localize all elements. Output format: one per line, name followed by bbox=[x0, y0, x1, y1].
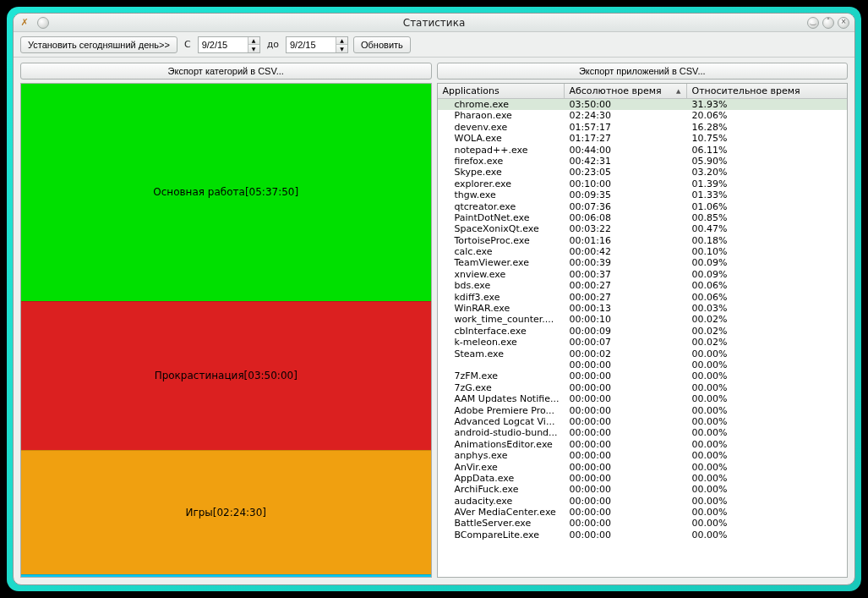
treemap-block[interactable]: Основная работа[05:37:50] bbox=[21, 84, 431, 301]
treemap-block[interactable]: Игры[02:24:30] bbox=[21, 450, 431, 574]
refresh-button[interactable]: Обновить bbox=[353, 36, 411, 53]
table-cell: 00:00:00 bbox=[565, 393, 687, 404]
date-to-down[interactable]: ▼ bbox=[336, 45, 347, 52]
table-row[interactable]: bds.exe00:00:2700.06% bbox=[438, 280, 848, 291]
keep-above-button[interactable] bbox=[37, 17, 49, 29]
table-row[interactable]: Skype.exe00:23:0503.20% bbox=[438, 167, 848, 178]
table-row[interactable]: notepad++.exe00:44:0006.11% bbox=[438, 145, 848, 156]
table-row[interactable]: chrome.exe03:50:0031.93% bbox=[438, 99, 848, 110]
table-cell: 00:00:00 bbox=[565, 416, 687, 427]
table-row[interactable]: cbInterface.exe00:00:0900.02% bbox=[438, 326, 848, 337]
table-cell: 01.06% bbox=[687, 201, 848, 212]
treemap[interactable]: Основная работа[05:37:50]Прокрастинация[… bbox=[20, 83, 432, 578]
table-row[interactable]: audacity.exe00:00:0000.00% bbox=[438, 496, 848, 507]
table-row[interactable]: Pharaon.exe02:24:3020.06% bbox=[438, 110, 848, 121]
table-cell: bds.exe bbox=[438, 280, 565, 291]
close-button[interactable]: × bbox=[838, 17, 849, 29]
table-cell: TeamViewer.exe bbox=[438, 257, 565, 268]
table-row[interactable]: xnview.exe00:00:3700.09% bbox=[438, 269, 848, 280]
column-header-app-label: Applications bbox=[443, 85, 500, 96]
to-label: до bbox=[265, 39, 281, 50]
table-cell: Skype.exe bbox=[438, 167, 565, 178]
minimize-button[interactable]: ‿ bbox=[807, 17, 819, 29]
table-row[interactable]: TortoiseProc.exe00:01:1600.18% bbox=[438, 235, 848, 246]
table-row[interactable]: thgw.exe00:09:3501.33% bbox=[438, 189, 848, 200]
export-categories-button[interactable]: Экспорт категорий в CSV... bbox=[20, 63, 432, 80]
date-to-input[interactable] bbox=[287, 37, 336, 52]
table-row[interactable]: AppData.exe00:00:0000.00% bbox=[438, 473, 848, 484]
table-row[interactable]: Steam.exe00:00:0200.00% bbox=[438, 348, 848, 359]
maximize-button[interactable]: ˄ bbox=[822, 17, 834, 29]
table-row[interactable]: BCompareLite.exe00:00:0000.00% bbox=[438, 529, 848, 540]
table-row[interactable]: android-studio-bund...00:00:0000.00% bbox=[438, 427, 848, 438]
table-row[interactable]: 00:00:0000.00% bbox=[438, 359, 848, 370]
date-to[interactable]: ▲ ▼ bbox=[286, 36, 348, 53]
table-cell: explorer.exe bbox=[438, 178, 565, 189]
table-cell: 00:00:00 bbox=[565, 473, 687, 484]
table-cell bbox=[438, 359, 565, 370]
set-today-button[interactable]: Установить сегодняшний день>> bbox=[20, 36, 177, 53]
from-label: С bbox=[183, 39, 193, 50]
table-row[interactable]: BattleServer.exe00:00:0000.00% bbox=[438, 518, 848, 529]
table-cell: ArchiFuck.exe bbox=[438, 484, 565, 495]
table-cell: AppData.exe bbox=[438, 473, 565, 484]
table-cell: k-meleon.exe bbox=[438, 337, 565, 348]
table-cell: 00:00:00 bbox=[565, 359, 687, 370]
table-row[interactable]: WOLA.exe01:17:2710.75% bbox=[438, 133, 848, 144]
table-row[interactable]: 7zG.exe00:00:0000.00% bbox=[438, 382, 848, 393]
date-to-up[interactable]: ▲ bbox=[336, 37, 347, 46]
table-row[interactable]: k-meleon.exe00:00:0700.02% bbox=[438, 337, 848, 348]
treemap-block[interactable]: Прокрастинация[03:50:00] bbox=[21, 301, 431, 450]
table-row[interactable]: AVer MediaCenter.exe00:00:0000.00% bbox=[438, 507, 848, 518]
table-cell: 00.00% bbox=[687, 416, 848, 427]
table-row[interactable]: Adobe Premiere Pro...00:00:0000.00% bbox=[438, 405, 848, 416]
table-cell: 00:01:16 bbox=[565, 235, 687, 246]
table-row[interactable]: PaintDotNet.exe00:06:0800.85% bbox=[438, 212, 848, 223]
table-cell: BattleServer.exe bbox=[438, 518, 565, 529]
table-row[interactable]: calc.exe00:00:4200.10% bbox=[438, 246, 848, 257]
table-cell: 00.00% bbox=[687, 462, 848, 473]
table-cell: 00:07:36 bbox=[565, 201, 687, 212]
table-cell: 00.00% bbox=[687, 405, 848, 416]
table-cell: 00:00:00 bbox=[565, 439, 687, 450]
table-row[interactable]: SpaceXonixQt.exe00:03:2200.47% bbox=[438, 223, 848, 234]
date-from[interactable]: ▲ ▼ bbox=[198, 36, 260, 53]
table-row[interactable]: qtcreator.exe00:07:3601.06% bbox=[438, 201, 848, 212]
table-row[interactable]: AnimationsEditor.exe00:00:0000.00% bbox=[438, 439, 848, 450]
table-cell: 00:00:00 bbox=[565, 484, 687, 495]
column-header-abs[interactable]: Абсолютное время ▲ bbox=[565, 84, 687, 98]
table-row[interactable]: TeamViewer.exe00:00:3900.09% bbox=[438, 257, 848, 268]
column-header-app[interactable]: Applications bbox=[438, 84, 565, 98]
table-cell: 00:00:37 bbox=[565, 269, 687, 280]
table-cell: android-studio-bund... bbox=[438, 427, 565, 438]
table-row[interactable]: WinRAR.exe00:00:1300.03% bbox=[438, 303, 848, 314]
table-cell: 00.09% bbox=[687, 257, 848, 268]
table-row[interactable]: kdiff3.exe00:00:2700.06% bbox=[438, 292, 848, 303]
table-row[interactable]: AnVir.exe00:00:0000.00% bbox=[438, 462, 848, 473]
table-row[interactable]: AAM Updates Notifie...00:00:0000.00% bbox=[438, 393, 848, 404]
column-header-rel[interactable]: Относительное время bbox=[687, 84, 848, 98]
toolbar: Установить сегодняшний день>> С ▲ ▼ до ▲… bbox=[14, 32, 854, 58]
table-row[interactable]: Advanced Logcat Vi...00:00:0000.00% bbox=[438, 416, 848, 427]
table-cell: 01:17:27 bbox=[565, 133, 687, 144]
date-from-up[interactable]: ▲ bbox=[248, 37, 259, 46]
export-apps-button[interactable]: Экспорт приложений в CSV... bbox=[437, 63, 849, 80]
titlebar[interactable]: ✗ Статистика ‿ ˄ × bbox=[14, 14, 854, 32]
table-row[interactable]: explorer.exe00:10:0001.39% bbox=[438, 178, 848, 189]
treemap-sliver[interactable] bbox=[21, 574, 431, 577]
date-from-input[interactable] bbox=[199, 37, 248, 52]
table-cell: 00.00% bbox=[687, 382, 848, 393]
table-cell: TortoiseProc.exe bbox=[438, 235, 565, 246]
table-row[interactable]: anphys.exe00:00:0000.00% bbox=[438, 450, 848, 461]
table-row[interactable]: ArchiFuck.exe00:00:0000.00% bbox=[438, 484, 848, 495]
app-icon: ✗ bbox=[19, 17, 30, 29]
window-shadow: ✗ Статистика ‿ ˄ × Установить сегодняшни… bbox=[7, 7, 861, 591]
table-row[interactable]: firefox.exe00:42:3105.90% bbox=[438, 156, 848, 167]
table-body[interactable]: chrome.exe03:50:0031.93%Pharaon.exe02:24… bbox=[438, 99, 848, 577]
table-row[interactable]: devenv.exe01:57:1716.28% bbox=[438, 122, 848, 133]
table-cell: 01:57:17 bbox=[565, 122, 687, 133]
column-header-rel-label: Относительное время bbox=[692, 85, 800, 96]
table-row[interactable]: work_time_counter....00:00:1000.02% bbox=[438, 314, 848, 325]
table-row[interactable]: 7zFM.exe00:00:0000.00% bbox=[438, 370, 848, 381]
date-from-down[interactable]: ▼ bbox=[248, 45, 259, 52]
